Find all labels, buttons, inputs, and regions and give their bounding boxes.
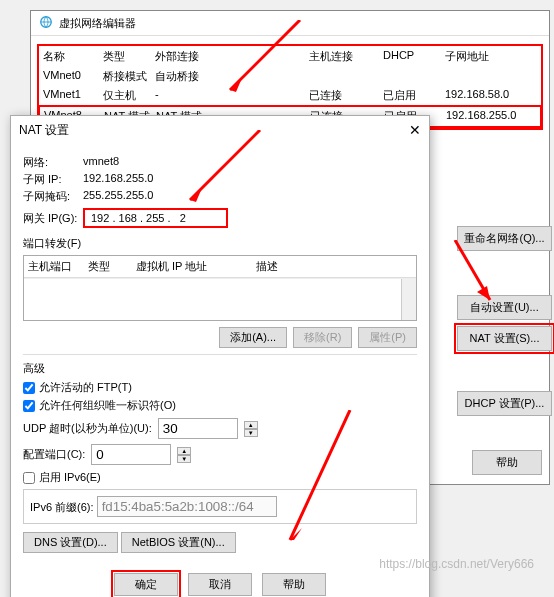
config-port-label: 配置端口(C): (23, 447, 85, 462)
dhcp-settings-button[interactable]: DHCP 设置(P)... (457, 391, 552, 416)
port-forward-table: 主机端口 类型 虚拟机 IP 地址 描述 (23, 255, 417, 321)
advanced-label: 高级 (23, 361, 417, 376)
spin-up-icon[interactable]: ▲ (244, 421, 258, 429)
col-subnet: 子网地址 (445, 49, 535, 64)
col-host: 主机连接 (309, 49, 383, 64)
pf-col-type: 类型 (88, 259, 136, 274)
spin-up-icon[interactable]: ▲ (177, 447, 191, 455)
main-title: 虚拟网络编辑器 (59, 16, 136, 31)
dialog-title: NAT 设置 (19, 122, 69, 139)
pf-col-host: 主机端口 (28, 259, 88, 274)
close-icon[interactable]: ✕ (409, 122, 421, 139)
pf-col-vmip: 虚拟机 IP 地址 (136, 259, 256, 274)
nat-settings-dialog: NAT 设置 ✕ 网络:vmnet8 子网 IP:192.168.255.0 子… (10, 115, 430, 597)
network-label: 网络: (23, 155, 83, 170)
col-ext: 外部连接 (155, 49, 309, 64)
network-value: vmnet8 (83, 155, 119, 170)
add-button[interactable]: 添加(A)... (219, 327, 287, 348)
allow-ftp-checkbox[interactable] (23, 382, 35, 394)
subnet-ip-value: 192.168.255.0 (83, 172, 153, 187)
watermark: https://blog.csdn.net/Very666 (379, 557, 534, 571)
udp-timeout-label: UDP 超时(以秒为单位)(U): (23, 421, 152, 436)
gateway-label: 网关 IP(G): (23, 211, 83, 226)
subnet-mask-value: 255.255.255.0 (83, 189, 153, 204)
subnet-ip-label: 子网 IP: (23, 172, 83, 187)
table-row[interactable]: VMnet0 桥接模式 自动桥接 (39, 67, 541, 86)
remove-button: 移除(R) (293, 327, 352, 348)
main-titlebar: 虚拟网络编辑器 (31, 11, 549, 36)
port-forward-list[interactable] (24, 278, 416, 320)
col-dhcp: DHCP (383, 49, 445, 64)
spin-down-icon[interactable]: ▼ (244, 429, 258, 437)
enable-ipv6-label: 启用 IPv6(E) (39, 470, 101, 485)
help-button[interactable]: 帮助 (262, 573, 326, 596)
netbios-settings-button[interactable]: NetBIOS 设置(N)... (121, 532, 236, 553)
allow-org-label: 允许任何组织唯一标识符(O) (39, 398, 176, 413)
col-type: 类型 (103, 49, 155, 64)
subnet-mask-label: 子网掩码: (23, 189, 83, 204)
main-help-button[interactable]: 帮助 (472, 450, 542, 475)
auto-settings-button[interactable]: 自动设置(U)... (457, 295, 552, 320)
ok-button[interactable]: 确定 (114, 573, 178, 596)
udp-timeout-input[interactable] (158, 418, 238, 439)
port-forward-label: 端口转发(F) (23, 236, 417, 251)
allow-org-checkbox[interactable] (23, 400, 35, 412)
col-name: 名称 (43, 49, 103, 64)
allow-ftp-label: 允许活动的 FTP(T) (39, 380, 132, 395)
main-button-stack: 重命名网络(Q)... 自动设置(U)... NAT 设置(S)... DHCP… (457, 220, 542, 422)
globe-icon (39, 15, 59, 31)
enable-ipv6-checkbox[interactable] (23, 472, 35, 484)
config-port-input[interactable] (91, 444, 171, 465)
ipv6-prefix-input (97, 496, 277, 517)
properties-button: 属性(P) (358, 327, 417, 348)
spin-down-icon[interactable]: ▼ (177, 455, 191, 463)
dns-settings-button[interactable]: DNS 设置(D)... (23, 532, 118, 553)
ipv6-prefix-label: IPv6 前缀(6): (30, 501, 94, 513)
gateway-input[interactable] (83, 208, 228, 228)
pf-col-desc: 描述 (256, 259, 336, 274)
rename-network-button[interactable]: 重命名网络(Q)... (457, 226, 552, 251)
table-row[interactable]: VMnet1 仅主机 - 已连接 已启用 192.168.58.0 (39, 86, 541, 105)
dialog-titlebar: NAT 设置 ✕ (11, 116, 429, 145)
nat-settings-button[interactable]: NAT 设置(S)... (457, 326, 552, 351)
cancel-button[interactable]: 取消 (188, 573, 252, 596)
